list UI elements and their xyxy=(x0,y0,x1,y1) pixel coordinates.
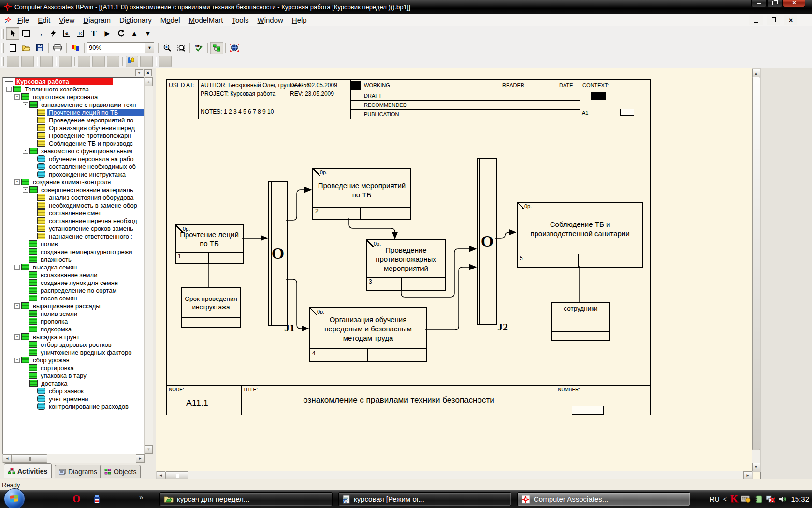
tree-item[interactable]: назначение ответственного : xyxy=(3,232,145,240)
tree-item[interactable]: распределение по сортам xyxy=(3,286,145,294)
go-up-button[interactable]: ▲ xyxy=(128,27,141,40)
uob-box-1[interactable]: 0р. Прочтение леций по ТБ 1 xyxy=(175,224,244,264)
tree-item[interactable]: Проведение мероприятий по xyxy=(3,116,145,124)
zoom-combobox[interactable]: 90% ▼ xyxy=(87,42,154,53)
tree-item[interactable]: полив земли xyxy=(3,310,145,317)
menu-edit[interactable]: Edit xyxy=(33,15,55,25)
go-to-child-button[interactable]: ▶ xyxy=(101,27,114,40)
uob-box-3[interactable]: 0р. Проведение противопожарных мероприят… xyxy=(366,239,446,291)
scrollbar-thumb[interactable] xyxy=(12,454,47,463)
taskbar-button-word[interactable]: W курсовая [Режим ог... xyxy=(338,492,511,506)
tree-item[interactable]: влажность xyxy=(3,255,145,263)
tree-collapse-icon[interactable]: - xyxy=(23,187,28,193)
tree-collapse-icon[interactable]: - xyxy=(14,358,20,363)
menu-view[interactable]: View xyxy=(55,15,79,25)
tree-item[interactable]: -выращивание рассады xyxy=(3,302,145,310)
tree-item[interactable]: -сбор урожая xyxy=(3,356,145,364)
tree-item[interactable]: Организация обучения перед xyxy=(3,124,145,132)
restore-button[interactable] xyxy=(767,0,783,7)
precedence-link-tool-button[interactable] xyxy=(46,27,60,40)
tree-item[interactable]: вспахивание земли xyxy=(3,271,145,279)
menu-window[interactable]: Window xyxy=(253,15,287,25)
language-indicator[interactable]: RU xyxy=(710,495,719,503)
start-button[interactable] xyxy=(4,488,25,508)
activity-box-tool-button[interactable] xyxy=(19,27,33,40)
menu-dictionary[interactable]: Dictionary xyxy=(115,15,156,25)
network-disconnected-icon[interactable] xyxy=(766,495,775,503)
uob-box-4[interactable]: 0р. Организация обучения передовым и без… xyxy=(309,307,427,362)
tree-item[interactable]: полив xyxy=(3,240,145,248)
junction-j1[interactable]: O xyxy=(268,181,288,326)
referent-tool-button[interactable]: R xyxy=(73,27,87,40)
tree-collapse-icon[interactable]: - xyxy=(23,102,28,107)
tray-expand-icon[interactable]: < xyxy=(723,495,727,503)
modelmart-globe-button[interactable] xyxy=(228,42,241,54)
opera-quicklaunch-icon[interactable]: O xyxy=(72,493,80,505)
minimize-button[interactable] xyxy=(751,0,767,7)
scroll-down-icon[interactable]: ▼ xyxy=(752,463,760,471)
color-settings-button[interactable] xyxy=(69,42,82,54)
tree-item[interactable]: -ознакомление с правилами техн xyxy=(3,101,145,108)
tree-item[interactable]: Проведение противопожарн xyxy=(3,132,145,139)
tree-item[interactable]: -высадка семян xyxy=(3,263,145,271)
tree-item[interactable]: уничтожение вредных факторо xyxy=(3,348,145,356)
referent-srok[interactable]: Срок проведения инструктажа xyxy=(181,287,241,328)
menu-model[interactable]: Model xyxy=(156,15,185,25)
junction-tool-button[interactable]: & xyxy=(60,27,73,40)
tree-item[interactable]: учет времени xyxy=(3,395,145,403)
open-file-button[interactable] xyxy=(19,42,33,54)
panel-drag-grip[interactable] xyxy=(2,72,132,74)
tree-vertical-scrollbar[interactable]: ▲ ▼ xyxy=(144,77,153,454)
scroll-left-icon[interactable]: ◄ xyxy=(157,471,165,479)
pointer-tool-button[interactable] xyxy=(6,27,19,40)
tree-item[interactable]: составление необходимых об xyxy=(3,163,145,170)
scroll-up-icon[interactable]: ▲ xyxy=(145,77,153,86)
tree-horizontal-scrollbar[interactable]: ◄ ► xyxy=(2,454,145,463)
print-button[interactable] xyxy=(51,42,64,54)
tree-item[interactable]: создание лунок для семян xyxy=(3,279,145,286)
quicklaunch-chevron-icon[interactable]: » xyxy=(139,493,143,501)
tree-collapse-icon[interactable]: - xyxy=(14,94,20,100)
tree-root-item[interactable]: Курсовая работа xyxy=(3,77,145,85)
tree-collapse-icon[interactable]: - xyxy=(14,334,20,340)
panel-menu-chevron-icon[interactable]: ▼ xyxy=(135,69,143,76)
go-down-button[interactable]: ▼ xyxy=(141,27,155,40)
uob-box-5[interactable]: 0р. Соблюдение ТБ и производственной сан… xyxy=(517,202,643,268)
tree-collapse-icon[interactable]: - xyxy=(14,303,20,309)
scroll-right-icon[interactable]: ► xyxy=(136,454,145,463)
tree-item[interactable]: -Тепличного хозяйства xyxy=(3,85,145,93)
tree-item[interactable]: -создание климат-контроля xyxy=(3,178,145,186)
clock[interactable]: 15:32 xyxy=(791,495,809,503)
scroll-up-icon[interactable]: ▲ xyxy=(752,69,760,77)
tree-item[interactable]: Прочтение леций по ТБ xyxy=(3,108,145,116)
referent-sotrudniki[interactable]: сотрудники xyxy=(551,302,610,341)
refresh-button[interactable] xyxy=(114,27,128,40)
tree-item[interactable]: составление смет xyxy=(3,209,145,217)
tree-collapse-icon[interactable]: - xyxy=(6,87,12,92)
mdi-restore-button[interactable] xyxy=(767,15,780,25)
tree-item[interactable]: подкормка xyxy=(3,325,145,333)
taskbar-button-bpwin[interactable]: Computer Associates... xyxy=(517,492,690,506)
menu-tools[interactable]: Tools xyxy=(227,15,253,25)
text-tool-button[interactable]: T xyxy=(87,27,101,40)
tree-item[interactable]: -доставка xyxy=(3,379,145,387)
close-button[interactable]: × xyxy=(783,0,805,7)
scrollbar-thumb[interactable] xyxy=(752,77,760,450)
arrow-tool-button[interactable]: → xyxy=(33,27,46,40)
diagram-canvas[interactable]: USED AT: AUTHOR: Бескровный Олег, группа… xyxy=(156,68,752,471)
power-plug-icon[interactable] xyxy=(754,495,762,504)
panel-close-icon[interactable]: × xyxy=(144,69,152,76)
tree-collapse-icon[interactable]: - xyxy=(23,381,28,386)
tab-objects[interactable]: Objects xyxy=(100,465,141,478)
menu-diagram[interactable]: Diagram xyxy=(79,15,115,25)
tree-item[interactable]: обучение персонала на рабо xyxy=(3,155,145,163)
mdi-close-button[interactable]: × xyxy=(784,15,798,25)
zoom-area-button[interactable] xyxy=(174,42,188,54)
menu-help[interactable]: Help xyxy=(288,15,311,25)
scroll-down-icon[interactable]: ▼ xyxy=(145,445,153,454)
tree-item[interactable]: контролирование расходов xyxy=(3,403,145,410)
taskbar-button-folder[interactable]: курсач для передел... xyxy=(160,492,333,506)
tree-item[interactable]: -совершенствование материаль xyxy=(3,186,145,194)
tree-item[interactable]: -подготовка персонала xyxy=(3,93,145,101)
scroll-right-icon[interactable]: ► xyxy=(743,471,752,479)
